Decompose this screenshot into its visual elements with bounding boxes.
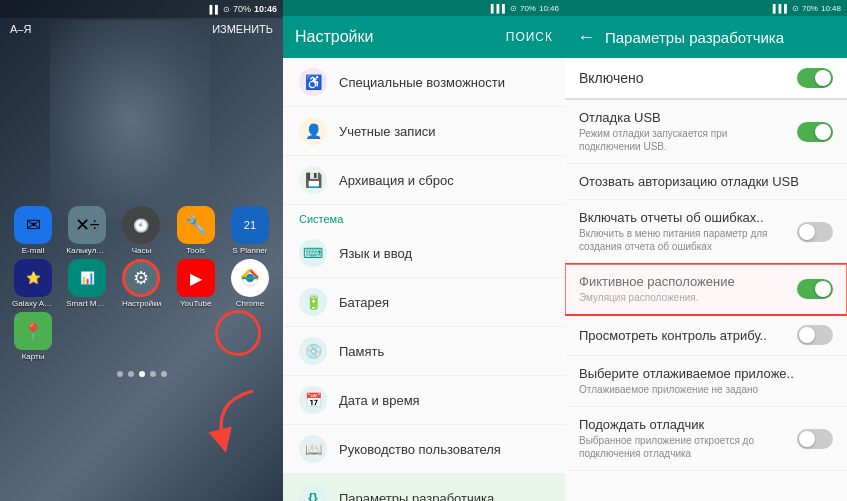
- dev-item-revoke-usb[interactable]: Отозвать авторизацию отладки USB: [565, 164, 847, 200]
- app-clock[interactable]: 🕙 Часы: [116, 206, 166, 255]
- language-icon: ⌨: [299, 239, 327, 267]
- settings-highlight-circle: [215, 310, 261, 356]
- app-tools[interactable]: 🔧 Tools: [171, 206, 221, 255]
- dev-mock-subtitle: Эмуляция расположения.: [579, 291, 789, 304]
- clock-icon: 🕙: [122, 206, 160, 244]
- chrome-icon: [231, 259, 269, 297]
- settings-signal: ▌▌▌ ⊙: [491, 4, 517, 13]
- back-button[interactable]: ←: [577, 27, 595, 48]
- dot-5: [161, 371, 167, 377]
- tools-icon: 🔧: [177, 206, 215, 244]
- accounts-label: Учетные записи: [339, 124, 435, 139]
- settings-search-button[interactable]: ПОИСК: [506, 30, 553, 44]
- dev-item-usb-debug-text: Отладка USB Режим отладки запускается пр…: [579, 110, 789, 153]
- dev-usb-debug-subtitle: Режим отладки запускается при подключени…: [579, 127, 789, 153]
- dev-usb-debug-toggle[interactable]: [797, 122, 833, 142]
- manual-icon: 📖: [299, 435, 327, 463]
- app-splanner[interactable]: 21 S Planner: [225, 206, 275, 255]
- dev-wait-toggle[interactable]: [797, 429, 833, 449]
- settings-item-accounts[interactable]: 👤 Учетные записи: [283, 107, 565, 156]
- calc-icon: ✕÷: [68, 206, 106, 244]
- settings-item-manual[interactable]: 📖 Руководство пользователя: [283, 425, 565, 474]
- home-sort-label[interactable]: А–Я: [10, 23, 31, 35]
- maps-label: Карты: [22, 352, 45, 361]
- dev-battery: 70%: [802, 4, 818, 13]
- settings-time: 10:46: [539, 4, 559, 13]
- dev-item-wait-debugger[interactable]: Подождать отладчик Выбранное приложение …: [565, 407, 847, 471]
- dev-options-list: Включено Отладка USB Режим отладки запус…: [565, 58, 847, 501]
- dev-signal: ▌▌▌ ⊙: [773, 4, 799, 13]
- smartmanager-label: Smart Manager: [66, 299, 108, 308]
- language-label: Язык и ввод: [339, 246, 412, 261]
- dev-error-toggle[interactable]: [797, 222, 833, 242]
- settings-item-battery[interactable]: 🔋 Батарея: [283, 278, 565, 327]
- home-time: 10:46: [254, 4, 277, 14]
- battery-label: Батарея: [339, 295, 389, 310]
- app-smartmanager[interactable]: 📊 Smart Manager: [62, 259, 112, 308]
- dev-item-mock-text: Фиктивное расположение Эмуляция располож…: [579, 274, 789, 304]
- app-settings[interactable]: ⚙ Настройки: [116, 259, 166, 308]
- dev-usb-debug-title: Отладка USB: [579, 110, 789, 125]
- app-maps[interactable]: 📍 Карты: [8, 312, 58, 361]
- dev-attrib-toggle[interactable]: [797, 325, 833, 345]
- home-edit-label[interactable]: ИЗМЕНИТЬ: [212, 23, 273, 35]
- home-battery: 70%: [233, 4, 251, 14]
- dev-item-usb-debug[interactable]: Отладка USB Режим отладки запускается пр…: [565, 100, 847, 164]
- app-chrome[interactable]: Chrome: [225, 259, 275, 308]
- accessibility-label: Специальные возможности: [339, 75, 505, 90]
- storage-label: Память: [339, 344, 384, 359]
- galaxyapps-label: Galaxy Apps: [12, 299, 54, 308]
- settings-item-developer[interactable]: {} Параметры разработчика: [283, 474, 565, 501]
- app-calc[interactable]: ✕÷ Калькулятор: [62, 206, 112, 255]
- dot-2: [128, 371, 134, 377]
- dev-debug-app-subtitle: Отлаживаемое приложение не задано: [579, 383, 833, 396]
- splanner-icon: 21: [231, 206, 269, 244]
- galaxyapps-icon: ⭐: [14, 259, 52, 297]
- settings-panel: ▌▌▌ ⊙ 70% 10:46 Настройки ПОИСК ♿ Специа…: [283, 0, 565, 501]
- app-galaxyapps[interactable]: ⭐ Galaxy Apps: [8, 259, 58, 308]
- page-dots: [0, 367, 283, 381]
- dev-item-debug-app-text: Выберите отлаживаемое приложе.. Отлажива…: [579, 366, 833, 396]
- dev-item-mock-location[interactable]: Фиктивное расположение Эмуляция располож…: [565, 264, 847, 315]
- settings-item-datetime[interactable]: 📅 Дата и время: [283, 376, 565, 425]
- storage-icon: 💿: [299, 337, 327, 365]
- settings-label: Настройки: [122, 299, 161, 308]
- settings-list: ♿ Специальные возможности 👤 Учетные запи…: [283, 58, 565, 501]
- dev-title: Параметры разработчика: [605, 29, 784, 46]
- dev-attrib-title: Просмотреть контроль атрибу..: [579, 328, 789, 343]
- settings-item-language[interactable]: ⌨ Язык и ввод: [283, 229, 565, 278]
- dev-error-subtitle: Включить в меню питания параметр для соз…: [579, 227, 789, 253]
- developer-icon: {}: [299, 484, 327, 501]
- wallpaper-person: [50, 20, 210, 220]
- dev-item-debug-app[interactable]: Выберите отлаживаемое приложе.. Отлажива…: [565, 356, 847, 407]
- home-signal-icons: ▌▌ ⊙: [209, 5, 230, 14]
- home-screen: ▌▌ ⊙ 70% 10:46 А–Я ИЗМЕНИТЬ ✉ E-mail ✕÷ …: [0, 0, 283, 501]
- dot-1: [117, 371, 123, 377]
- dev-enabled-row[interactable]: Включено: [565, 58, 847, 100]
- datetime-icon: 📅: [299, 386, 327, 414]
- settings-item-storage[interactable]: 💿 Память: [283, 327, 565, 376]
- app-email[interactable]: ✉ E-mail: [8, 206, 58, 255]
- settings-item-accessibility[interactable]: ♿ Специальные возможности: [283, 58, 565, 107]
- settings-item-backup[interactable]: 💾 Архивация и сброс: [283, 156, 565, 205]
- developer-options-panel: ▌▌▌ ⊙ 70% 10:48 ← Параметры разработчика…: [565, 0, 847, 501]
- dev-item-revoke-usb-text: Отозвать авторизацию отладки USB: [579, 174, 833, 189]
- dev-debug-app-title: Выберите отлаживаемое приложе..: [579, 366, 833, 381]
- app-youtube[interactable]: ▶ YouTube: [171, 259, 221, 308]
- dev-item-error-reports[interactable]: Включать отчеты об ошибках.. Включить в …: [565, 200, 847, 264]
- dev-status-bar: ▌▌▌ ⊙ 70% 10:48: [565, 0, 847, 16]
- dot-4: [150, 371, 156, 377]
- calc-label: Калькулятор: [66, 246, 108, 255]
- datetime-label: Дата и время: [339, 393, 420, 408]
- dev-item-attrib[interactable]: Просмотреть контроль атрибу..: [565, 315, 847, 356]
- dev-mock-toggle[interactable]: [797, 279, 833, 299]
- accessibility-icon: ♿: [299, 68, 327, 96]
- dev-header: ← Параметры разработчика: [565, 16, 847, 58]
- settings-header: Настройки ПОИСК: [283, 16, 565, 58]
- maps-icon: 📍: [14, 312, 52, 350]
- dev-enabled-toggle[interactable]: [797, 68, 833, 88]
- settings-icon: ⚙: [122, 259, 160, 297]
- settings-status-bar: ▌▌▌ ⊙ 70% 10:46: [283, 0, 565, 16]
- accounts-icon: 👤: [299, 117, 327, 145]
- youtube-label: YouTube: [180, 299, 211, 308]
